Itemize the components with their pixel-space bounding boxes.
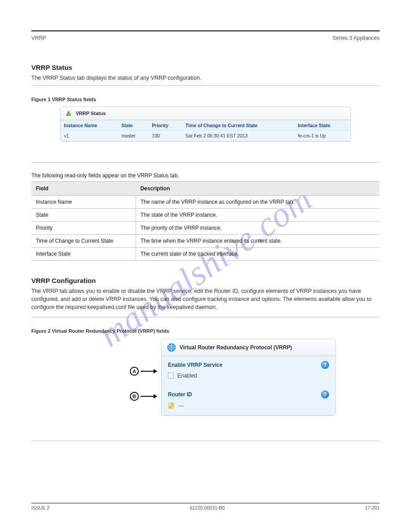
section-para-vrrp-config: The VRRP tab allows you to enable or dis… xyxy=(31,287,380,311)
enabled-checkbox[interactable] xyxy=(168,373,174,378)
field-name: Time of Change to Current State xyxy=(31,235,136,248)
field-desc: The time when the VRRP instance entered … xyxy=(136,235,380,248)
header-rule xyxy=(31,30,380,31)
enable-vrrp-section: Enable VRRP Service ? Enabled xyxy=(162,356,335,385)
footer-right: 17-201 xyxy=(365,505,380,511)
page-header: VRRP Series 3 Appliances xyxy=(31,35,380,41)
arrow-icon xyxy=(141,396,157,397)
vrrp-status-table: Instance Name State Priority Time of Cha… xyxy=(60,120,351,141)
globe-icon xyxy=(167,343,176,352)
cell-state: master xyxy=(118,131,148,141)
help-icon[interactable]: ? xyxy=(321,361,329,369)
router-id-title: Router ID xyxy=(168,391,192,398)
section-title-vrrp-config: VRRP Configuration xyxy=(31,277,380,284)
help-icon[interactable]: ? xyxy=(321,390,329,399)
footer-center: 61220-00031-B0 xyxy=(190,505,225,511)
field-desc: The current state of the tracked interfa… xyxy=(136,248,380,261)
col-state: State xyxy=(118,120,148,131)
col-time-change: Time of Change to Current State xyxy=(182,120,294,131)
callout-a: A xyxy=(130,367,157,376)
table-row: Time of Change to Current StateThe time … xyxy=(31,235,380,248)
figure-1-caption: Figure 1 VRRP Status fields xyxy=(31,97,380,102)
vrrp-status-panel: VRRP Status Instance Name State Priority… xyxy=(60,107,351,142)
callout-b-circle: B xyxy=(130,392,139,401)
enabled-label: Enabled xyxy=(177,373,197,379)
field-name: State xyxy=(31,209,136,222)
vrrp-config-panel: Virtual Router Redundancy Protocol (VRRP… xyxy=(161,339,336,416)
field-desc: The priority of the VRRP instance. xyxy=(136,222,380,235)
table-row: StateThe state of the VRRP instance. xyxy=(31,209,380,222)
figure-1-block: Figure 1 VRRP Status fields VRRP Status … xyxy=(31,86,380,163)
field-desc: The state of the VRRP instance. xyxy=(136,209,380,222)
table-row: Instance NameThe name of the VRRP instan… xyxy=(31,196,380,209)
page-footer: ISSUE 2 61220-00031-B0 17-201 xyxy=(31,503,380,511)
footer-rule xyxy=(31,503,380,503)
footer-left: ISSUE 2 xyxy=(31,505,49,511)
field-desc: The name of the VRRP instance as configu… xyxy=(136,196,380,209)
table-row: v1 master 100 Sat Feb 2 06:30:41 EST 201… xyxy=(60,131,351,141)
status-icon xyxy=(65,110,72,117)
edit-icon[interactable] xyxy=(168,402,175,409)
cell-priority: 100 xyxy=(148,131,182,141)
cell-iface: fe-cm-1 is Up xyxy=(294,131,351,141)
field-name: Priority xyxy=(31,222,136,235)
fields-head-field: Field xyxy=(31,182,136,196)
vrrp-status-panel-title: VRRP Status xyxy=(76,111,106,116)
cell-instance: v1 xyxy=(60,131,118,141)
fields-head-desc: Description xyxy=(136,182,380,196)
col-instance-name: Instance Name xyxy=(60,120,118,131)
figure-2-caption: Figure 2 Virtual Router Redundancy Proto… xyxy=(31,328,380,334)
arrow-icon xyxy=(141,371,157,372)
vrrp-config-panel-title: Virtual Router Redundancy Protocol (VRRP… xyxy=(180,344,292,351)
router-id-section: Router ID ? --- xyxy=(162,386,335,415)
router-id-value: --- xyxy=(179,403,184,409)
header-right: Series 3 Appliances xyxy=(333,35,380,41)
table-row: Interface StateThe current state of the … xyxy=(31,248,380,261)
callout-a-circle: A xyxy=(130,367,139,376)
field-name: Instance Name xyxy=(31,196,136,209)
enable-vrrp-title: Enable VRRP Service xyxy=(168,362,223,368)
field-name: Interface State xyxy=(31,248,136,261)
section-intro-vrrp-status: The VRRP Status tab displays the status … xyxy=(31,74,380,82)
callout-b: B xyxy=(130,392,157,401)
table-row: PriorityThe priority of the VRRP instanc… xyxy=(31,222,380,235)
col-interface-state: Interface State xyxy=(294,120,351,131)
section-title-vrrp-status: VRRP Status xyxy=(31,64,380,71)
col-priority: Priority xyxy=(148,120,182,131)
cell-time: Sat Feb 2 06:30:41 EST 2013 xyxy=(182,131,294,141)
fields-table: Field Description Instance NameThe name … xyxy=(31,181,380,261)
figure-2-block: Figure 2 Virtual Router Redundancy Proto… xyxy=(31,317,380,441)
header-left: VRRP xyxy=(31,35,46,41)
fields-intro: The following read-only fields appear on… xyxy=(31,172,380,179)
